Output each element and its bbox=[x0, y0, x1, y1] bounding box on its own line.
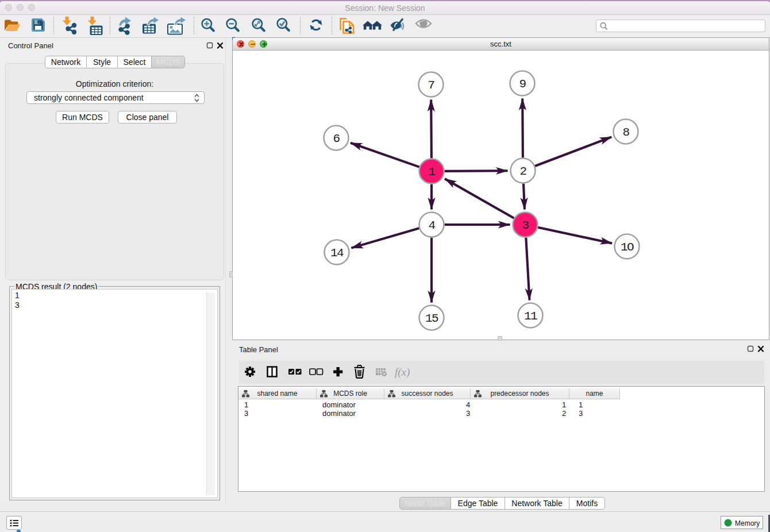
svg-text:9: 9 bbox=[519, 78, 526, 91]
svg-text:1O: 1O bbox=[621, 241, 634, 254]
svg-text:6: 6 bbox=[333, 132, 340, 145]
svg-text:2: 2 bbox=[519, 165, 526, 178]
svg-text:3: 3 bbox=[522, 219, 529, 232]
svg-text:1: 1 bbox=[428, 165, 435, 179]
svg-text:14: 14 bbox=[330, 246, 344, 260]
svg-text:8: 8 bbox=[622, 126, 629, 139]
svg-text:11: 11 bbox=[524, 310, 537, 323]
svg-text:f(x): f(x) bbox=[395, 366, 410, 379]
svg-text:4: 4 bbox=[428, 219, 435, 232]
svg-text:15: 15 bbox=[425, 312, 438, 325]
svg-text:7: 7 bbox=[428, 79, 434, 92]
